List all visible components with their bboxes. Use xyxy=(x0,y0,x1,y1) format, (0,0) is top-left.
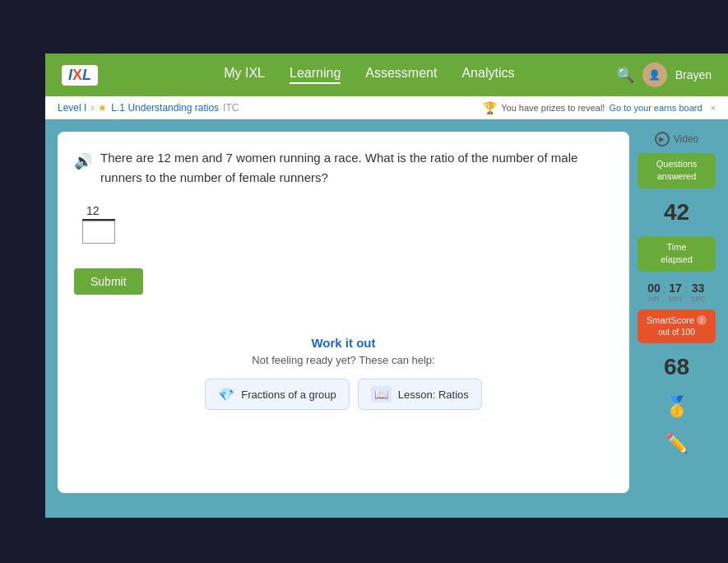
question-body: There are 12 men and 7 women running a r… xyxy=(100,148,577,188)
time-elapsed-box: Time elapsed xyxy=(638,236,716,272)
smartscore-number: 68 xyxy=(638,354,716,380)
prizes-link[interactable]: Go to your earns board xyxy=(609,103,702,113)
breadcrumb-skill[interactable]: L.1 Understanding ratios xyxy=(111,102,219,114)
user-name: Brayen xyxy=(675,68,712,81)
nav-link-assessment[interactable]: Assessment xyxy=(365,66,437,84)
fraction-numerator: 12 xyxy=(86,204,613,217)
resource-lesson-label: Lesson: Ratios xyxy=(398,389,469,401)
questions-answered-box: Questions answered xyxy=(638,153,716,188)
resource-card-lesson[interactable]: 📖 Lesson: Ratios xyxy=(358,379,482,410)
nav-link-learning[interactable]: Learning xyxy=(290,66,341,84)
medal-icon: 🥇 xyxy=(638,395,716,418)
video-label: Video xyxy=(674,133,698,145)
nav-link-analytics[interactable]: Analytics xyxy=(461,66,514,84)
avatar[interactable]: 👤 xyxy=(642,63,667,87)
work-it-out: Work it out Not feeling ready yet? These… xyxy=(74,319,613,410)
work-it-out-title: Work it out xyxy=(74,336,613,350)
time-hours: 00 HR xyxy=(647,282,661,303)
video-icon: ▶ xyxy=(655,132,670,147)
resource-fractions-label: Fractions of a group xyxy=(241,389,336,401)
breadcrumb: Level I › ★ L.1 Understanding ratios ITC xyxy=(58,102,239,114)
breadcrumb-code: ITC xyxy=(223,102,239,114)
trophy-icon: 🏆 xyxy=(483,101,497,114)
resource-cards: 💎 Fractions of a group 📖 Lesson: Ratios xyxy=(74,379,613,410)
breadcrumb-sep1: › xyxy=(90,102,94,114)
time-colon1: : xyxy=(663,282,666,295)
time-colon2: : xyxy=(684,282,688,295)
bezel-bottom xyxy=(0,518,728,563)
smartscore-sublabel: out of 100 xyxy=(642,327,711,338)
lesson-icon: 📖 xyxy=(371,386,392,402)
questions-answered-label: Questions answered xyxy=(656,159,698,181)
nav-links: My IXL Learning Assessment Analytics xyxy=(123,66,616,84)
audio-icon[interactable]: 🔊 xyxy=(74,150,92,174)
smartscore-info-icon[interactable]: i xyxy=(697,315,707,325)
time-display: 00 HR : 17 MIN : 33 SEC xyxy=(638,282,716,303)
fraction-input: 12 xyxy=(82,204,613,244)
fraction-denominator-input[interactable] xyxy=(82,221,115,244)
nav-right: 🔍 👤 Brayen xyxy=(616,63,712,87)
smartscore-box: SmartScore i out of 100 xyxy=(638,309,716,343)
bezel-left xyxy=(0,54,45,518)
resource-card-fractions[interactable]: 💎 Fractions of a group xyxy=(205,379,350,410)
nav-bar: IXL My IXL Learning Assessment Analytics… xyxy=(45,54,728,96)
time-elapsed-label: Time elapsed xyxy=(661,242,693,264)
logo: IXL xyxy=(62,65,98,86)
nav-link-myixl[interactable]: My IXL xyxy=(224,66,265,84)
pencil-icon[interactable]: ✏️ xyxy=(638,433,716,454)
submit-button[interactable]: Submit xyxy=(74,268,143,295)
time-seconds: 33 SEC xyxy=(690,282,706,303)
work-it-out-subtitle: Not feeling ready yet? These can help: xyxy=(74,354,613,366)
prizes-notice: 🏆 You have prizes to reveal! Go to your … xyxy=(483,101,716,114)
main-content: 🔊 There are 12 men and 7 women running a… xyxy=(45,119,728,505)
time-minutes: 17 MIN xyxy=(669,282,683,303)
prizes-text: You have prizes to reveal! xyxy=(501,103,605,113)
screen: IXL My IXL Learning Assessment Analytics… xyxy=(45,54,728,518)
skill-star-icon: ★ xyxy=(98,102,107,114)
questions-count: 42 xyxy=(638,199,716,226)
gem-icon: 💎 xyxy=(218,387,234,402)
question-area: 🔊 There are 12 men and 7 women running a… xyxy=(58,132,629,493)
video-button[interactable]: ▶ Video xyxy=(638,132,716,147)
bezel-top xyxy=(0,0,728,54)
search-icon[interactable]: 🔍 xyxy=(616,66,634,84)
close-prizes-button[interactable]: × xyxy=(711,103,716,113)
breadcrumb-bar: Level I › ★ L.1 Understanding ratios ITC… xyxy=(45,96,728,119)
smartscore-label: SmartScore i xyxy=(642,314,711,327)
question-text: 🔊 There are 12 men and 7 women running a… xyxy=(74,148,613,188)
right-sidebar: ▶ Video Questions answered 42 Time elaps… xyxy=(638,132,716,493)
breadcrumb-level[interactable]: Level I xyxy=(58,102,86,114)
